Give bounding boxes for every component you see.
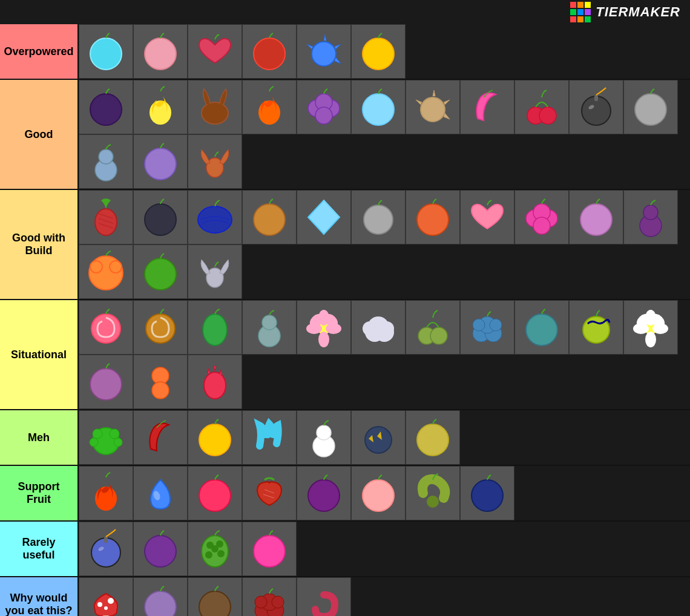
tier-items-situational <box>79 300 690 409</box>
fruit-cell-Dragon[interactable] <box>297 24 351 79</box>
fruit-cell-Kitsune[interactable] <box>188 134 242 189</box>
svg-point-45 <box>364 205 393 234</box>
svg-point-37 <box>145 204 176 235</box>
tier-items-why <box>79 577 690 616</box>
fruit-cell-Spring2[interactable] <box>242 410 297 465</box>
fruit-cell-Plum[interactable] <box>297 466 351 520</box>
svg-point-96 <box>90 369 122 400</box>
fruit-cell-Door[interactable] <box>297 410 351 465</box>
fruit-cell-Kilo[interactable] <box>188 410 242 465</box>
fruit-cell-Berry[interactable] <box>188 466 242 520</box>
fruit-cell-Diamond[interactable] <box>297 190 351 244</box>
fruit-cell-Flame2[interactable] <box>79 466 133 520</box>
fruit-cell-Purple[interactable] <box>133 522 188 576</box>
fruit-cell-Yoru[interactable] <box>623 190 678 244</box>
fruit-cell-Ghost[interactable] <box>514 300 569 355</box>
fruit-cell-Peach[interactable] <box>351 466 406 520</box>
fruit-cell-Shadow[interactable] <box>133 190 188 244</box>
fruit-cell-Love[interactable] <box>514 80 569 134</box>
fruit-cell-Angel[interactable] <box>188 244 242 299</box>
fruit-cell-Smoke[interactable] <box>623 80 678 134</box>
svg-point-135 <box>217 550 225 557</box>
fruit-cell-Flower[interactable] <box>297 300 351 355</box>
tier-label-support: Support Fruit <box>0 466 79 520</box>
fruit-cell-Spin[interactable] <box>133 300 188 355</box>
fruit-cell-Gravity[interactable] <box>297 80 351 134</box>
fruit-cell-Quake[interactable] <box>133 134 188 189</box>
fruit-cell-Winter[interactable] <box>351 300 406 355</box>
fruit-cell-Vine[interactable] <box>406 300 460 355</box>
fruit-cell-Revive[interactable] <box>79 410 133 465</box>
fruit-cell-Seed[interactable] <box>406 466 460 520</box>
svg-point-91 <box>645 332 656 347</box>
fruit-cell-Barrier[interactable] <box>79 134 133 189</box>
fruit-cell-Grass[interactable] <box>133 244 188 299</box>
fruit-cell-Venom[interactable] <box>188 190 242 244</box>
tiermaker-container: TiERMAKER Overpowered Go <box>0 0 690 616</box>
fruit-cell-Cupid[interactable] <box>460 190 514 244</box>
tier-label-situational: Situational <box>0 300 79 409</box>
fruit-cell-Bomb[interactable] <box>569 80 623 134</box>
svg-point-145 <box>199 591 231 616</box>
fruit-cell-Hie[interactable] <box>406 410 460 465</box>
fruit-cell-Mammoth[interactable] <box>460 80 514 134</box>
fruit-cell-Magma[interactable] <box>242 24 297 79</box>
fruit-cell-Blizzard[interactable] <box>79 24 133 79</box>
fruit-cell-Old[interactable] <box>133 577 188 616</box>
fruit-cell-Thunder[interactable] <box>351 410 406 465</box>
fruit-cell-Candy[interactable] <box>79 300 133 355</box>
fruit-cell-Strawberry[interactable] <box>242 466 297 520</box>
fruit-cell-Boa[interactable] <box>133 355 188 409</box>
fruit-cell-Spring[interactable] <box>569 300 623 355</box>
svg-point-64 <box>203 314 227 346</box>
fruit-cell-Spike2[interactable] <box>79 190 133 244</box>
fruit-cell-Light[interactable] <box>133 80 188 134</box>
fruit-cell-Sound[interactable] <box>460 300 514 355</box>
fruit-cell-Dark2[interactable] <box>242 577 297 616</box>
tier-row-support: Support Fruit <box>0 466 690 522</box>
fruit-cell-Paw[interactable] <box>514 190 569 244</box>
fruit-cell-Dark[interactable] <box>79 80 133 134</box>
fruit-cell-Spike[interactable] <box>133 24 188 79</box>
fruit-cell-Rumble[interactable] <box>351 24 406 79</box>
fruit-cell-Chop2[interactable] <box>133 410 188 465</box>
fruit-cell-Ope[interactable] <box>79 355 133 409</box>
header: TiERMAKER <box>0 0 690 24</box>
fruit-cell-Cactus[interactable] <box>188 355 242 409</box>
svg-point-66 <box>262 315 277 330</box>
fruit-cell-Mush[interactable] <box>79 577 133 616</box>
svg-point-134 <box>205 551 212 559</box>
svg-point-104 <box>90 438 98 447</box>
fruit-cell-Log[interactable] <box>188 577 242 616</box>
fruit-cell-Cactus2[interactable] <box>188 522 242 576</box>
fruit-cell-Blue[interactable] <box>79 522 133 576</box>
fruit-cell-Sand[interactable] <box>406 80 460 134</box>
fruit-cell-Navy[interactable] <box>460 466 514 520</box>
fruit-cell-String[interactable] <box>351 190 406 244</box>
fruit-cell-Phoenix[interactable] <box>242 80 297 134</box>
fruit-cell-Leopard[interactable] <box>406 190 460 244</box>
fruit-cell-Spirit[interactable] <box>569 190 623 244</box>
svg-point-40 <box>254 204 285 235</box>
fruit-cell-Rubber[interactable] <box>242 190 297 244</box>
tier-label-good: Good <box>0 80 79 189</box>
fruit-cell-Chop[interactable] <box>188 300 242 355</box>
svg-point-2 <box>145 38 176 70</box>
fruit-cell-Pink[interactable] <box>242 522 297 576</box>
fruit-cell-Ice[interactable] <box>351 80 406 134</box>
fruit-cell-Lily[interactable] <box>623 300 678 355</box>
fruit-cell-Dough[interactable] <box>188 80 242 134</box>
fruit-cell-Hook[interactable] <box>297 577 351 616</box>
tier-row-good-with-build: Good with Build <box>0 190 690 300</box>
tier-label-good-with-build: Good with Build <box>0 190 79 299</box>
svg-point-77 <box>363 321 377 336</box>
fruit-cell-Buddha[interactable] <box>79 244 133 299</box>
tier-label-why: Why would you eat this? <box>0 577 79 616</box>
svg-point-29 <box>99 149 113 164</box>
svg-marker-43 <box>312 204 336 231</box>
fruit-cell-Water[interactable] <box>133 466 188 520</box>
fruit-cell-Flame[interactable] <box>188 24 242 79</box>
fruit-cell-Pain[interactable] <box>242 300 297 355</box>
svg-point-141 <box>108 598 114 604</box>
svg-point-129 <box>145 536 176 567</box>
